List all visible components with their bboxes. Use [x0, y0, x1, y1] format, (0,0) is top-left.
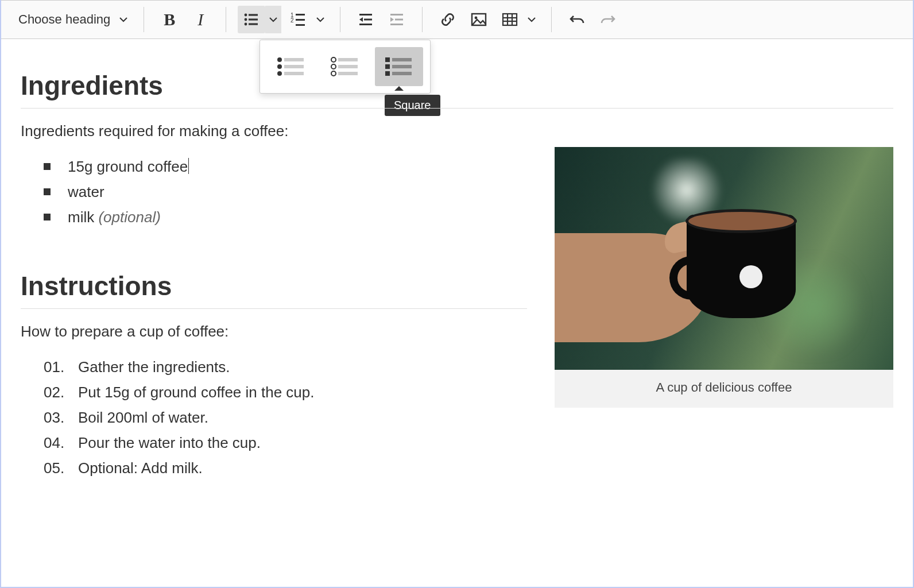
svg-rect-9	[296, 19, 305, 21]
svg-rect-13	[364, 19, 372, 21]
chevron-down-icon	[118, 14, 129, 25]
image-button[interactable]	[465, 6, 493, 33]
undo-button[interactable]	[563, 6, 591, 33]
figure-caption[interactable]: A cup of delicious coffee	[555, 370, 893, 408]
table-icon	[501, 11, 518, 28]
svg-point-4	[245, 23, 247, 26]
image-icon	[470, 11, 487, 28]
outdent-icon	[357, 11, 374, 28]
svg-rect-7	[296, 14, 305, 16]
svg-rect-18	[390, 24, 403, 25]
text-cursor	[188, 158, 189, 174]
separator	[226, 7, 226, 32]
link-button[interactable]	[434, 6, 462, 33]
list-item[interactable]: Pour the water into the cup.	[44, 430, 893, 455]
svg-point-2	[245, 18, 247, 21]
svg-rect-11	[359, 14, 372, 16]
list-item[interactable]: Boil 200ml of water.	[44, 405, 893, 430]
divider	[21, 108, 893, 109]
separator	[144, 7, 144, 32]
divider	[21, 308, 527, 309]
bulleted-list-button[interactable]	[238, 6, 265, 33]
ingredients-intro[interactable]: Ingredients required for making a coffee…	[21, 122, 893, 140]
numbered-list-button[interactable]: 1 2	[285, 6, 312, 33]
chevron-down-icon	[268, 14, 278, 25]
indent-icon	[388, 11, 405, 28]
indent-button[interactable]	[383, 6, 410, 33]
undo-icon	[568, 11, 586, 28]
bold-button[interactable]: B	[156, 6, 183, 33]
heading-ingredients[interactable]: Ingredients	[21, 70, 893, 101]
table-button[interactable]	[496, 6, 524, 33]
bold-icon: B	[164, 10, 175, 29]
outdent-button[interactable]	[352, 6, 379, 33]
italic-icon: I	[197, 10, 203, 29]
svg-rect-14	[359, 24, 372, 25]
svg-rect-15	[390, 14, 403, 16]
separator	[340, 7, 340, 32]
numbered-list-icon: 1 2	[290, 11, 307, 28]
svg-rect-3	[249, 18, 258, 20]
numbered-list-dropdown-toggle[interactable]	[312, 6, 328, 33]
chevron-down-icon	[526, 14, 537, 25]
bulleted-list-dropdown-toggle[interactable]	[265, 6, 281, 33]
figure[interactable]: A cup of delicious coffee	[555, 147, 893, 408]
heading-label: Choose heading	[18, 12, 110, 27]
svg-rect-21	[503, 14, 517, 25]
svg-rect-17	[395, 19, 403, 21]
separator	[551, 7, 552, 32]
svg-point-0	[245, 14, 247, 17]
link-icon	[439, 11, 456, 28]
bulleted-list-icon	[243, 11, 260, 28]
svg-rect-5	[249, 23, 258, 25]
svg-marker-12	[359, 17, 363, 22]
italic-button[interactable]: I	[187, 6, 214, 33]
svg-rect-1	[249, 14, 258, 16]
separator	[422, 7, 423, 32]
redo-icon	[599, 11, 617, 28]
chevron-down-icon	[315, 14, 326, 25]
figure-image[interactable]	[555, 147, 893, 370]
optional-note: (optional)	[98, 208, 160, 226]
redo-button[interactable]	[594, 6, 622, 33]
svg-rect-10	[296, 24, 305, 26]
heading-dropdown[interactable]: Choose heading	[14, 10, 132, 29]
svg-text:2: 2	[291, 17, 294, 24]
editor-content[interactable]: Ingredients Ingredients required for mak…	[1, 39, 913, 587]
table-dropdown-toggle[interactable]	[524, 6, 540, 33]
editor-toolbar: Choose heading B I 1 2	[1, 0, 913, 39]
svg-marker-16	[390, 17, 394, 22]
list-item[interactable]: Optional: Add milk.	[44, 455, 893, 481]
